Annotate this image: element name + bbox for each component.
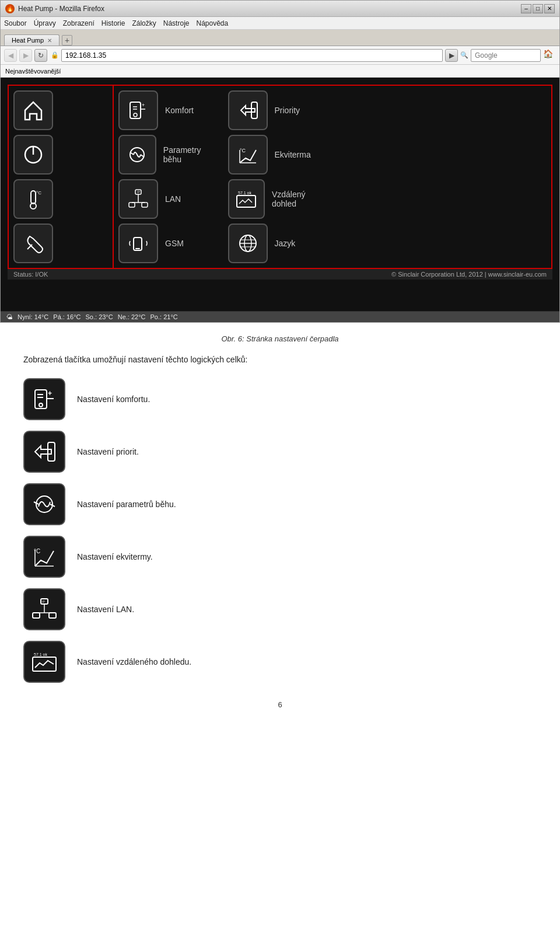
icon-list: + Nastavení komfortu. Nastavení priorit. <box>23 378 537 683</box>
search-icon: 🔍 <box>460 51 468 59</box>
svg-rect-15 <box>142 203 148 207</box>
status-right: © Sinclair Corporation Ltd, 2012 | www.s… <box>391 271 547 278</box>
left-column: °C <box>9 86 114 268</box>
ekviterma-list-icon: °C <box>23 536 65 578</box>
settings-nav-button[interactable] <box>13 224 53 263</box>
tab-label: Heat Pump <box>12 37 44 44</box>
menu-zobrazeni[interactable]: Zobrazení <box>63 19 94 27</box>
dohled-menu-item[interactable]: 57.1 ok Vzdálený dohled <box>228 179 328 219</box>
list-item: 57.1 ok Nastavení vzdáleného dohledu. <box>23 641 537 683</box>
ekviterma-label: Ekviterma <box>275 150 311 159</box>
go-button[interactable]: ▶ <box>445 49 458 62</box>
lan-list-icon: IP <box>23 588 65 630</box>
priority-icon-button[interactable] <box>228 90 268 130</box>
lan-icon-button[interactable]: IP <box>118 179 158 219</box>
jazyk-menu-item[interactable]: Jazyk <box>228 224 328 263</box>
minimize-button[interactable]: – <box>521 4 531 13</box>
jazyk-icon-button[interactable] <box>228 224 268 263</box>
parametry-menu-item[interactable]: Parametry běhu <box>118 135 219 174</box>
power-nav-button[interactable] <box>13 135 53 174</box>
svg-rect-45 <box>49 613 56 618</box>
home-nav-button[interactable] <box>13 90 53 130</box>
nav-bar: ◀ ▶ ↻ 🔒 ▶ 🔍 🏠 <box>1 46 559 65</box>
lock-icon: 🔒 <box>51 51 59 59</box>
figure-caption: Obr. 6: Stránka nastavení čerpadla <box>23 334 537 343</box>
svg-text:°C: °C <box>36 190 41 196</box>
home-button[interactable]: 🏠 <box>543 49 556 62</box>
intro-text: Zobrazená tlačítka umožňují nastavení tě… <box>23 355 537 364</box>
weather-sat: So.: 23°C <box>86 313 113 320</box>
nav-right: 🔍 🏠 <box>460 49 556 62</box>
list-item: Nastavení parametrů běhu. <box>23 483 537 525</box>
parametry-icon-button[interactable] <box>118 135 156 174</box>
browser-title: Heat Pump - Mozilla Firefox <box>18 5 104 13</box>
ekviterma-list-label: Nastavení ekvitermy. <box>77 552 153 561</box>
komfort-icon-button[interactable]: + <box>118 90 158 130</box>
lan-list-label: Nastavení LAN. <box>77 605 134 614</box>
list-item: IP Nastavení LAN. <box>23 588 537 630</box>
list-item: + Nastavení komfortu. <box>23 378 537 420</box>
list-item: Nastavení priorit. <box>23 431 537 473</box>
menu-section-right: Priority °C Ekviterma <box>223 86 333 268</box>
priority-label: Priority <box>275 106 300 115</box>
right-columns: + Komfort <box>114 86 332 268</box>
svg-text:°C: °C <box>240 148 246 153</box>
parametry-list-icon <box>23 483 65 525</box>
svg-point-7 <box>134 113 137 117</box>
forward-button[interactable]: ▶ <box>19 49 32 62</box>
dohled-label: Vzdálený dohled <box>272 190 328 208</box>
gsm-icon-button[interactable] <box>118 224 158 263</box>
dohled-icon-button[interactable]: 57.1 ok <box>228 179 265 219</box>
svg-rect-20 <box>135 248 140 249</box>
maximize-button[interactable]: □ <box>533 4 543 13</box>
bookmarks-label[interactable]: Nejnavštěvovanější <box>5 68 61 75</box>
svg-text:+: + <box>48 389 52 397</box>
back-button[interactable]: ◀ <box>4 49 17 62</box>
tab-heatpump[interactable]: Heat Pump ✕ <box>4 34 60 46</box>
komfort-label: Komfort <box>165 106 194 115</box>
menu-section-left: + Komfort <box>114 86 223 268</box>
priority-list-icon <box>23 431 65 473</box>
dohled-list-icon: 57.1 ok <box>23 641 65 683</box>
svg-text:IP: IP <box>137 190 140 194</box>
menu-napoveda[interactable]: Nápověda <box>196 19 228 27</box>
lan-menu-item[interactable]: IP LAN <box>118 179 219 219</box>
temperature-nav-button[interactable]: °C <box>13 179 53 219</box>
ekviterma-menu-item[interactable]: °C Ekviterma <box>228 135 328 174</box>
svg-rect-14 <box>129 203 135 207</box>
menu-zalozky[interactable]: Záložky <box>132 19 156 27</box>
browser-controls: – □ ✕ <box>521 4 555 13</box>
search-input[interactable] <box>471 49 541 62</box>
browser-titlebar: 🔥 Heat Pump - Mozilla Firefox – □ ✕ <box>1 1 559 17</box>
lan-label: LAN <box>165 194 181 204</box>
svg-rect-2 <box>31 191 36 204</box>
jazyk-label: Jazyk <box>275 239 296 248</box>
svg-text:57.1 ok: 57.1 ok <box>238 191 251 195</box>
svg-rect-32 <box>35 390 47 409</box>
parametry-label: Parametry běhu <box>163 145 219 164</box>
priority-menu-item[interactable]: Priority <box>228 90 328 130</box>
page-number: 6 <box>23 700 537 721</box>
menu-historie[interactable]: Historie <box>102 19 125 27</box>
page-content: Obr. 6: Stránka nastavení čerpadla Zobra… <box>0 323 560 732</box>
close-button[interactable]: ✕ <box>544 4 555 13</box>
tab-close-icon[interactable]: ✕ <box>47 37 52 44</box>
status-left: Status: I/OK <box>13 271 48 278</box>
url-bar[interactable] <box>61 49 443 62</box>
menu-nastroje[interactable]: Nástroje <box>163 19 190 27</box>
tab-bar: Heat Pump ✕ + <box>1 30 559 46</box>
browser-window: 🔥 Heat Pump - Mozilla Firefox – □ ✕ Soub… <box>0 0 560 323</box>
ekviterma-icon-button[interactable]: °C <box>228 135 268 174</box>
komfort-menu-item[interactable]: + Komfort <box>118 90 219 130</box>
gsm-menu-item[interactable]: GSM <box>118 224 219 263</box>
menu-soubor[interactable]: Soubor <box>4 19 27 27</box>
menu-upravy[interactable]: Úpravy <box>34 19 56 27</box>
parametry-list-label: Nastavení parametrů běhu. <box>77 500 176 509</box>
new-tab-button[interactable]: + <box>62 35 72 46</box>
priority-list-label: Nastavení priorit. <box>77 447 139 456</box>
reload-button[interactable]: ↻ <box>34 49 47 62</box>
heatpump-grid: °C <box>8 85 552 269</box>
weather-now: Nyní: 14°C <box>18 313 48 320</box>
menu-bar: Soubor Úpravy Zobrazení Historie Záložky… <box>1 17 559 30</box>
svg-text:IP: IP <box>42 600 45 603</box>
